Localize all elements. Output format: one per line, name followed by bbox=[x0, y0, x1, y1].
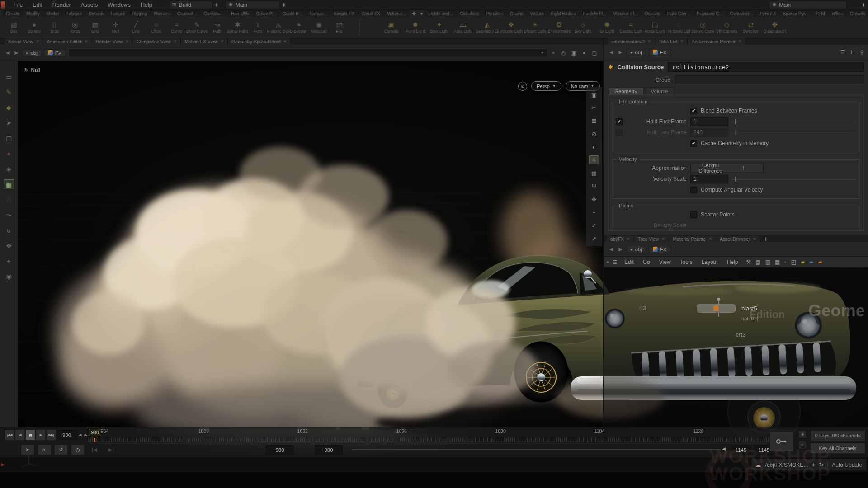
desktop-right-spinner[interactable]: ▲▼ bbox=[862, 2, 865, 8]
shelf-tool[interactable]: ◇VR Camera bbox=[715, 18, 739, 38]
close-icon[interactable]: ✕ bbox=[174, 39, 177, 44]
pane-tab[interactable]: collisionsource2✕ bbox=[608, 38, 655, 45]
breadcrumb-obj[interactable]: ▸obj bbox=[627, 49, 646, 56]
jump-end-button[interactable]: ▶▶| bbox=[46, 429, 56, 441]
shelf-tab[interactable]: Texture bbox=[107, 10, 128, 17]
box-select-tool-icon[interactable]: ▢ bbox=[4, 133, 14, 143]
shelf-tool[interactable]: ◉Metaball bbox=[309, 18, 329, 38]
update-mode-select[interactable]: Auto Update bbox=[832, 462, 862, 468]
shelf-tab[interactable]: Guide B... bbox=[279, 10, 306, 17]
isolate-icon[interactable]: ⊘ bbox=[589, 129, 599, 138]
node-badge-icon[interactable]: ◰ bbox=[791, 259, 796, 265]
menu-item[interactable]: File bbox=[9, 0, 28, 10]
jump-start-button[interactable]: |◀◀ bbox=[5, 429, 14, 441]
shelf-tab[interactable]: Guide P... bbox=[253, 10, 279, 17]
desktop-select[interactable]: ✺Main bbox=[226, 1, 280, 9]
menu-item[interactable]: Windows bbox=[103, 0, 136, 10]
tab-geometry[interactable]: Geometry bbox=[608, 87, 644, 95]
shelf-tab[interactable]: Create bbox=[3, 10, 23, 17]
shelf-tool[interactable]: ✎Draw Curve bbox=[187, 18, 207, 38]
shelf-tool[interactable]: ◎Stereo Camera bbox=[691, 18, 715, 38]
shelf-tool[interactable]: ▯Tube bbox=[44, 18, 65, 38]
back-icon[interactable]: ◀ bbox=[608, 49, 614, 55]
step-fwd-icon[interactable]: ▶| bbox=[104, 444, 118, 455]
view-persp-button[interactable]: Persp▼ bbox=[531, 81, 561, 91]
shelf-tab[interactable]: Grains bbox=[507, 10, 526, 17]
desktop-spinner[interactable]: ▲▼ bbox=[283, 2, 286, 8]
shelf-tool[interactable]: ▧Box bbox=[4, 18, 24, 38]
shelf-tab[interactable]: Sparse Pyr... bbox=[779, 10, 811, 17]
pane-tab[interactable]: Material Palette✕ bbox=[669, 236, 716, 242]
shelf-tab[interactable]: Terrain... bbox=[306, 10, 330, 17]
shelf-tab[interactable]: Volume... bbox=[384, 10, 409, 17]
close-icon[interactable]: ✕ bbox=[125, 39, 129, 44]
rows-icon[interactable]: ▥ bbox=[765, 259, 770, 265]
network-menu-item[interactable]: Edit bbox=[620, 259, 638, 265]
points-display-icon[interactable]: • bbox=[589, 208, 599, 217]
tab-volume[interactable]: Volume bbox=[645, 87, 675, 95]
desktop-select-right[interactable]: ✺Main bbox=[769, 1, 847, 9]
range-start-field[interactable]: 980 bbox=[315, 445, 343, 455]
pane-tab[interactable]: Animation Editor✕ bbox=[43, 38, 92, 45]
hand-tool-icon[interactable]: ✥ bbox=[4, 241, 14, 251]
shelf-tool[interactable]: ○Circle bbox=[146, 18, 166, 38]
close-icon[interactable]: ✕ bbox=[738, 39, 742, 44]
play-button[interactable]: ▶ bbox=[36, 429, 46, 441]
shelf-tab[interactable]: Charact... bbox=[174, 10, 200, 17]
sticky-note-icon[interactable]: ▰ bbox=[801, 259, 805, 265]
shelf-tool[interactable]: ◭Geometry Light bbox=[475, 18, 499, 38]
frame-inc-button[interactable]: |▶ bbox=[83, 430, 88, 440]
render-region-icon[interactable]: ✂ bbox=[589, 103, 599, 112]
shelf-tab[interactable]: Rigging bbox=[128, 10, 150, 17]
shading-mode-icon[interactable]: ◐ bbox=[589, 142, 599, 151]
pane-tab[interactable]: Motion FX View✕ bbox=[181, 38, 228, 45]
shelf-tab[interactable]: Pyro FX bbox=[756, 10, 779, 17]
shade-sphere-icon[interactable]: ● bbox=[582, 50, 585, 56]
forward-icon[interactable]: ▶ bbox=[617, 246, 623, 252]
shelf-tool[interactable]: ▣Camera bbox=[379, 18, 403, 38]
hold-last-enable-checkbox[interactable] bbox=[616, 129, 623, 136]
menu-item[interactable]: Render bbox=[47, 0, 76, 10]
shelf-tool[interactable]: ◎Torus bbox=[65, 18, 85, 38]
menu-item[interactable]: Help bbox=[136, 0, 157, 10]
stop-button[interactable]: ■ bbox=[25, 429, 35, 441]
shelf-tool[interactable]: ☼Sky Light bbox=[571, 18, 595, 38]
auto-key-icon[interactable]: ✳ bbox=[798, 430, 807, 438]
normals-icon[interactable]: Ψ bbox=[589, 182, 599, 191]
radial-menu-icon[interactable]: ◎ bbox=[561, 50, 566, 56]
node-name-field[interactable]: collisionsource2 bbox=[668, 62, 864, 72]
group-field[interactable] bbox=[675, 75, 864, 84]
close-icon[interactable]: ✕ bbox=[680, 39, 684, 44]
shelf-tab[interactable]: Crowds bbox=[847, 10, 868, 17]
cells-view-icon[interactable]: ▫ bbox=[784, 259, 786, 265]
hold-first-enable-checkbox[interactable]: ✔ bbox=[616, 118, 623, 125]
pane-tab[interactable]: Scene View✕ bbox=[5, 38, 43, 45]
shelf-tab[interactable]: Lights and... bbox=[425, 10, 456, 17]
shelf-tool[interactable]: ✛Null bbox=[105, 18, 126, 38]
shelf-tool[interactable]: ❂Environment Light bbox=[547, 18, 571, 38]
handles-icon[interactable]: ✥ bbox=[589, 195, 599, 204]
shelf-tab[interactable]: Populate C... bbox=[693, 10, 726, 17]
pin-icon[interactable]: ⌖ bbox=[552, 50, 555, 56]
loop-mode-icon[interactable]: ↺ bbox=[54, 444, 68, 455]
shelf-tool[interactable]: ●Sphere bbox=[24, 18, 44, 38]
shelf-tool[interactable]: ✥Quadruped Camera bbox=[763, 18, 787, 38]
grid-view-icon[interactable]: ▦ bbox=[775, 259, 780, 265]
pose-tool-icon[interactable]: ▭ bbox=[4, 72, 14, 82]
close-icon[interactable]: ✕ bbox=[627, 237, 630, 241]
magnet-tool-icon[interactable]: ∪ bbox=[4, 225, 14, 235]
close-icon[interactable]: ✕ bbox=[220, 39, 224, 44]
range-end-handle[interactable]: ◀ bbox=[722, 446, 726, 452]
current-frame-field[interactable]: 980 bbox=[58, 430, 77, 440]
sliders-icon[interactable]: ☰ bbox=[840, 49, 845, 56]
cook-node-path[interactable]: /obj/FX/SMOKE... bbox=[765, 462, 808, 468]
shelf-tab[interactable]: Rigid Bodies bbox=[547, 10, 579, 17]
shelf-tool[interactable]: ▦Grid bbox=[85, 18, 105, 38]
cache-geometry-checkbox[interactable]: ✔ bbox=[690, 140, 697, 147]
prev-frame-button[interactable]: ◀ bbox=[15, 429, 25, 441]
approximation-dropdown[interactable]: Central Difference▲▼ bbox=[690, 164, 764, 173]
shelf-tab[interactable]: Cloud FX bbox=[358, 10, 383, 17]
playhead[interactable] bbox=[94, 438, 95, 442]
close-icon[interactable]: ✕ bbox=[283, 39, 287, 44]
range-end-field[interactable]: 1145 bbox=[731, 445, 751, 455]
